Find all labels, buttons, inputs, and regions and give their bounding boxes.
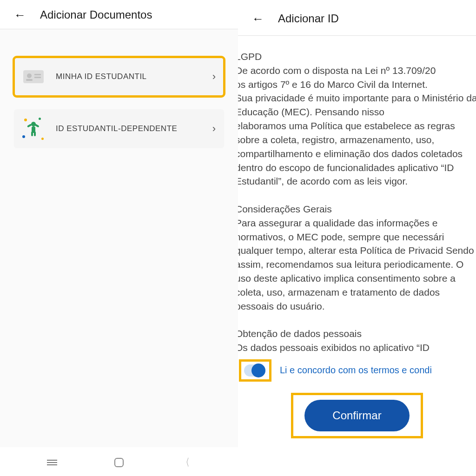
option-label: ID ESTUDANTIL-DEPENDENTE <box>56 124 212 133</box>
screen-add-id: ← Adicionar ID LGPD De acordo com o disp… <box>238 0 476 476</box>
nav-recent-icon[interactable] <box>47 460 57 465</box>
option-id-estudantil-dependente[interactable]: ID ESTUDANTIL-DEPENDENTE › <box>14 109 224 148</box>
page-title-right: Adicionar ID <box>278 12 339 25</box>
nav-back-icon[interactable]: 〈 <box>182 456 189 469</box>
document-options-list: MINHA ID ESTUDANTIL › ID ESTUDANTIL-DEPE… <box>0 29 238 148</box>
option-minha-id-estudantil[interactable]: MINHA ID ESTUDANTIL › <box>14 57 224 96</box>
highlight-toggle <box>239 359 271 382</box>
back-arrow-icon[interactable]: ← <box>252 13 264 25</box>
id-card-icon <box>22 66 45 88</box>
consent-toggle[interactable] <box>244 364 265 377</box>
consent-label: Li e concordo com os termos e condi <box>280 365 432 376</box>
person-icon <box>22 118 45 140</box>
toggle-knob-icon <box>251 364 265 377</box>
svg-rect-10 <box>34 132 36 136</box>
svg-rect-3 <box>34 74 41 75</box>
policy-scroll-area[interactable]: LGPD De acordo com o disposta na Lei nº … <box>238 36 476 476</box>
chevron-right-icon: › <box>212 123 216 135</box>
svg-point-1 <box>27 73 32 78</box>
page-title-left: Adicionar Documentos <box>40 8 152 21</box>
svg-point-5 <box>31 122 36 126</box>
svg-rect-4 <box>34 77 41 78</box>
svg-rect-2 <box>26 79 33 81</box>
option-label: MINHA ID ESTUDANTIL <box>56 72 212 81</box>
policy-text: LGPD De acordo com o disposta na Lei nº … <box>238 50 476 355</box>
consent-row: Li e concordo com os termos e condi <box>238 359 476 382</box>
svg-rect-7 <box>27 124 32 127</box>
confirm-area: Confirmar <box>238 393 476 441</box>
back-arrow-icon[interactable]: ← <box>14 9 26 21</box>
svg-rect-8 <box>34 124 40 127</box>
nav-home-icon[interactable] <box>114 458 124 467</box>
header-right: ← Adicionar ID <box>238 0 476 36</box>
screen-add-documents: ← Adicionar Documentos MINHA ID ESTUDANT… <box>0 0 238 476</box>
svg-rect-9 <box>31 132 33 136</box>
header-left: ← Adicionar Documentos <box>0 0 238 29</box>
confirm-button[interactable]: Confirmar <box>304 400 409 431</box>
highlight-confirm: Confirmar <box>291 393 423 438</box>
chevron-right-icon: › <box>212 71 216 83</box>
android-nav-bar: 〈 <box>0 447 238 476</box>
